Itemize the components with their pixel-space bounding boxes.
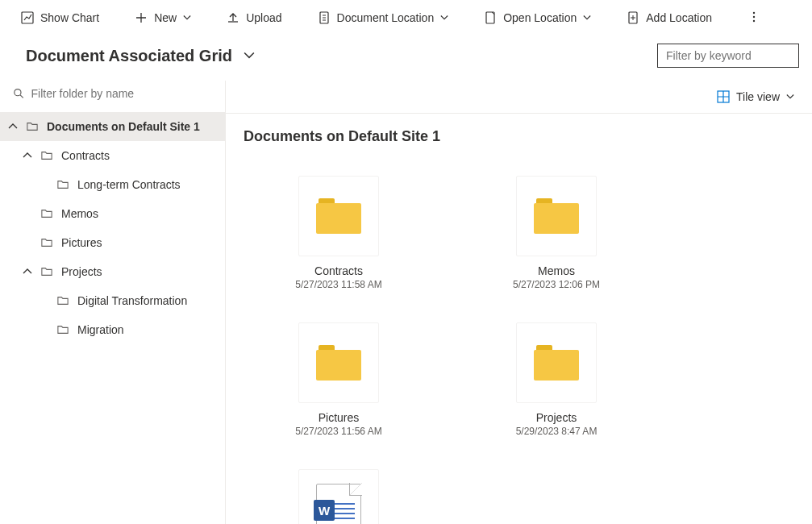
- chevron-down-icon: [183, 14, 191, 22]
- folder-icon: [534, 345, 579, 381]
- document-location-label: Document Location: [337, 11, 435, 24]
- document-plus-icon: [627, 11, 639, 24]
- folder-icon: [56, 295, 69, 306]
- folder-icon: [26, 121, 39, 132]
- tile-timestamp: 5/27/2023 11:56 AM: [295, 426, 381, 437]
- show-chart-button[interactable]: Show Chart: [13, 6, 107, 29]
- tile-name: Memos: [538, 264, 575, 277]
- tile-thumbnail: [516, 176, 597, 256]
- tree-item-label: Documents on Default Site 1: [47, 120, 200, 133]
- add-location-button[interactable]: Add Location: [618, 6, 720, 29]
- plus-icon: [135, 11, 148, 24]
- folder-icon: [40, 237, 53, 248]
- page-title: Document Associated Grid: [26, 47, 232, 65]
- folder-tree: Documents on Default Site 1ContractsLong…: [0, 107, 225, 344]
- tree-item-label: Pictures: [61, 236, 102, 249]
- tile-name: Contracts: [314, 264, 363, 277]
- tree-item[interactable]: Documents on Default Site 1: [0, 112, 225, 141]
- new-button[interactable]: New: [127, 6, 199, 29]
- chevron-up-icon: [23, 267, 32, 277]
- folder-tile[interactable]: Memos5/27/2023 12:06 PM: [492, 176, 621, 290]
- tree-item[interactable]: Digital Transformation: [0, 286, 225, 315]
- tile-timestamp: 5/27/2023 12:06 PM: [513, 279, 600, 290]
- tile-name: Pictures: [319, 411, 360, 424]
- grid-icon: [717, 90, 730, 103]
- tiles: Contracts5/27/2023 11:58 AMMemos5/27/202…: [226, 152, 812, 524]
- search-icon: [13, 87, 25, 100]
- open-location-button[interactable]: Open Location: [476, 6, 599, 29]
- header: Document Associated Grid: [0, 35, 812, 81]
- folder-tile[interactable]: Pictures5/27/2023 11:56 AM: [274, 322, 403, 437]
- tile-timestamp: 5/29/2023 8:47 AM: [516, 426, 598, 437]
- folder-icon: [40, 208, 53, 219]
- toolbar: Show Chart New Upload Document Location …: [0, 0, 812, 35]
- tile-timestamp: 5/27/2023 11:58 AM: [295, 279, 381, 290]
- tree-item-label: Long-term Contracts: [77, 178, 181, 191]
- tree-item[interactable]: Memos: [0, 199, 225, 228]
- more-icon: [747, 10, 760, 23]
- sidebar: Documents on Default Site 1ContractsLong…: [0, 81, 226, 524]
- folder-icon: [56, 324, 69, 335]
- word-file-icon: W: [316, 484, 361, 524]
- filter-keyword-input[interactable]: [657, 44, 799, 68]
- main: Tile view Documents on Default Site 1 Co…: [226, 81, 812, 524]
- folder-tile[interactable]: Contracts5/27/2023 11:58 AM: [274, 176, 403, 290]
- folder-icon: [534, 198, 579, 234]
- folder-tile[interactable]: Projects5/29/2023 8:47 AM: [492, 322, 621, 437]
- tree-item-label: Contracts: [61, 149, 110, 162]
- chart-icon: [21, 11, 34, 24]
- upload-button[interactable]: Upload: [219, 6, 289, 29]
- tree-item-label: Projects: [61, 265, 102, 278]
- main-toolbar: Tile view: [226, 81, 812, 114]
- tree-item-label: Digital Transformation: [77, 294, 187, 307]
- file-tile[interactable]: WProposal Template.docx5/29/2023 9:04 AM: [274, 469, 403, 524]
- chevron-down-icon: [440, 14, 448, 22]
- show-chart-label: Show Chart: [40, 11, 99, 24]
- view-mode-label: Tile view: [736, 90, 780, 103]
- more-button[interactable]: [739, 6, 768, 31]
- tree-item[interactable]: Pictures: [0, 228, 225, 257]
- filter-box: [657, 44, 799, 68]
- view-selector-chevron[interactable]: [244, 50, 255, 61]
- document-open-icon: [484, 11, 497, 24]
- document-location-button[interactable]: Document Location: [310, 6, 457, 29]
- open-location-label: Open Location: [503, 11, 577, 24]
- folder-icon: [316, 198, 361, 234]
- folder-icon: [56, 179, 69, 190]
- upload-icon: [227, 11, 239, 24]
- tree-item-label: Migration: [77, 323, 124, 336]
- new-label: New: [154, 11, 177, 24]
- chevron-down-icon: [583, 14, 591, 22]
- tile-thumbnail: [298, 176, 379, 256]
- folder-icon: [40, 150, 53, 161]
- upload-label: Upload: [246, 11, 281, 24]
- tree-item[interactable]: Contracts: [0, 141, 225, 170]
- chevron-down-icon: [786, 93, 794, 101]
- document-icon: [318, 11, 331, 24]
- folder-filter-input[interactable]: [31, 87, 212, 100]
- tile-thumbnail: W: [298, 469, 379, 524]
- tile-thumbnail: [298, 322, 379, 403]
- chevron-up-icon: [23, 151, 32, 160]
- folder-icon: [316, 345, 361, 381]
- content-title: Documents on Default Site 1: [226, 114, 812, 152]
- add-location-label: Add Location: [646, 11, 712, 24]
- sidebar-filter: [0, 81, 225, 107]
- tile-thumbnail: [516, 322, 597, 403]
- tree-item[interactable]: Long-term Contracts: [0, 170, 225, 199]
- folder-icon: [40, 266, 53, 277]
- tree-item-label: Memos: [61, 207, 98, 220]
- chevron-up-icon: [8, 122, 18, 131]
- view-mode-button[interactable]: Tile view: [712, 87, 799, 106]
- tree-item[interactable]: Migration: [0, 315, 225, 344]
- tile-name: Projects: [536, 411, 577, 424]
- tree-item[interactable]: Projects: [0, 257, 225, 286]
